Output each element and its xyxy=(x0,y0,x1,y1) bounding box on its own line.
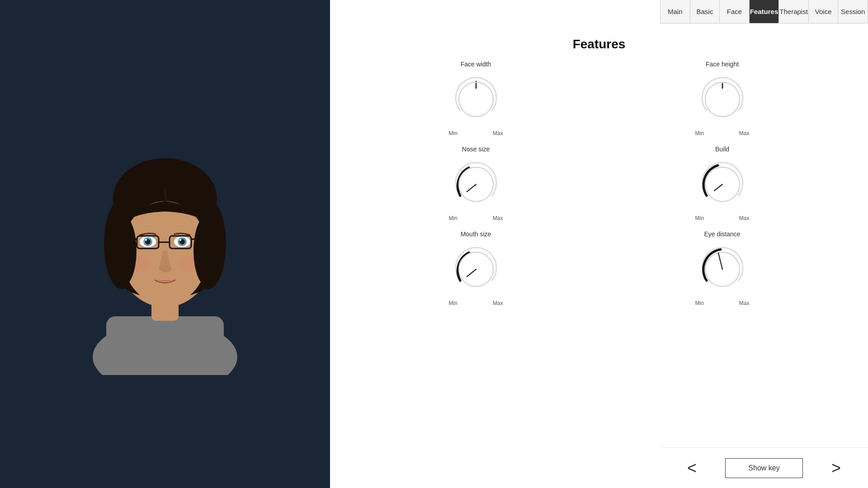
svg-rect-1 xyxy=(106,316,224,371)
svg-point-28 xyxy=(193,215,222,287)
knob-face-width-max: Max xyxy=(493,130,503,136)
knob-mouth-size-minmax: Min Max xyxy=(449,300,503,306)
knob-build-control[interactable] xyxy=(695,157,750,211)
page-title: Features xyxy=(573,37,626,52)
knob-face-height-min: Min xyxy=(695,130,704,136)
knob-face-height-label: Face height xyxy=(706,61,739,68)
knob-nose-size-minmax: Min Max xyxy=(449,215,503,221)
knob-mouth-size: Mouth size Min Max xyxy=(366,230,585,306)
knob-build-min: Min xyxy=(695,215,704,221)
knob-nose-size-label: Nose size xyxy=(462,145,490,153)
knob-face-width-control[interactable] xyxy=(449,72,503,127)
svg-point-27 xyxy=(108,215,137,287)
tab-basic[interactable]: Basic xyxy=(690,0,720,23)
features-panel: Main Basic Face Features Therapist Voice… xyxy=(330,0,868,488)
knob-build: Build Min Max xyxy=(613,145,832,221)
knob-eye-distance-label: Eye distance xyxy=(704,230,740,238)
svg-point-16 xyxy=(179,239,181,241)
knob-eye-distance: Eye distance Min Max xyxy=(613,230,832,306)
knob-mouth-size-label: Mouth size xyxy=(461,230,491,238)
knob-eye-distance-min: Min xyxy=(695,300,704,306)
knob-face-height-control[interactable] xyxy=(695,72,750,127)
tab-face[interactable]: Face xyxy=(720,0,750,23)
tab-session[interactable]: Session xyxy=(838,0,868,23)
tab-features[interactable]: Features xyxy=(750,0,779,23)
knob-mouth-size-min: Min xyxy=(449,300,458,306)
next-button[interactable]: > xyxy=(831,459,841,478)
prev-button[interactable]: < xyxy=(687,459,697,478)
svg-point-12 xyxy=(145,239,147,241)
knob-face-height-minmax: Min Max xyxy=(695,130,750,136)
avatar-panel xyxy=(0,0,330,488)
knob-nose-size-min: Min xyxy=(449,215,458,221)
knob-nose-size-control[interactable] xyxy=(449,157,503,211)
knob-face-width-minmax: Min Max xyxy=(449,130,503,136)
knob-eye-distance-control[interactable] xyxy=(695,242,750,296)
svg-point-22 xyxy=(160,265,170,272)
knob-build-label: Build xyxy=(715,145,729,153)
main-layout: Main Basic Face Features Therapist Voice… xyxy=(0,0,868,488)
knob-mouth-size-control[interactable] xyxy=(449,242,503,296)
knob-face-width-min: Min xyxy=(449,130,458,136)
knob-build-minmax: Min Max xyxy=(695,215,750,221)
knob-nose-size-max: Max xyxy=(493,215,503,221)
knob-face-height: Face height Min Max xyxy=(613,61,832,136)
avatar-image xyxy=(70,140,260,375)
knob-face-width-label: Face width xyxy=(461,61,491,68)
knob-face-height-max: Max xyxy=(739,130,750,136)
nav-bar: Main Basic Face Features Therapist Voice… xyxy=(660,0,868,23)
knob-nose-size: Nose size Min Max xyxy=(366,145,585,221)
tab-voice[interactable]: Voice xyxy=(809,0,839,23)
show-key-button[interactable]: Show key xyxy=(725,458,802,478)
knob-build-max: Max xyxy=(739,215,750,221)
tab-main[interactable]: Main xyxy=(660,0,690,23)
knobs-grid: Face width Min Max xyxy=(330,61,868,306)
knob-face-width: Face width Min Max xyxy=(366,61,585,136)
knob-mouth-size-max: Max xyxy=(493,300,503,306)
avatar-svg xyxy=(70,140,260,375)
tab-therapist[interactable]: Therapist xyxy=(779,0,809,23)
knob-eye-distance-minmax: Min Max xyxy=(695,300,750,306)
knob-eye-distance-max: Max xyxy=(739,300,750,306)
bottom-bar: < Show key > xyxy=(660,447,868,488)
